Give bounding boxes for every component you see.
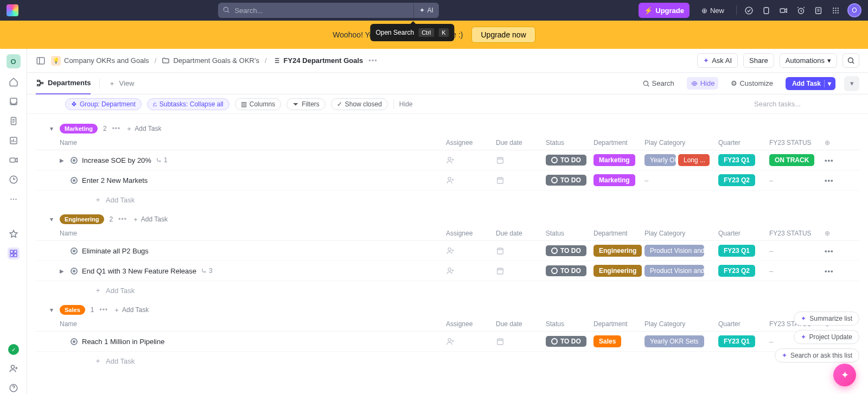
col-fy23[interactable]: FY23 STATUS <box>769 230 825 237</box>
view-tab-departments[interactable]: Departments <box>36 73 91 94</box>
fy23-cell[interactable]: – <box>769 176 825 185</box>
col-dept[interactable]: Department <box>593 139 644 147</box>
customize-button[interactable]: ⚙Customize <box>727 77 776 90</box>
share-button[interactable]: Share <box>743 53 774 68</box>
quarter-cell[interactable]: FY23 Q2 <box>718 265 769 277</box>
status-cell[interactable]: TO DO <box>546 336 593 347</box>
quarter-cell[interactable]: FY23 Q2 <box>718 174 769 186</box>
more-rail-icon[interactable] <box>8 193 20 205</box>
col-status[interactable]: Status <box>546 230 593 237</box>
view-more-button[interactable]: ▾ <box>844 76 859 91</box>
add-task-row[interactable]: ＋Add Task <box>36 352 859 370</box>
clips-icon[interactable] <box>8 154 20 166</box>
col-due[interactable]: Due date <box>496 139 546 147</box>
automations-button[interactable]: Automations▾ <box>780 53 837 68</box>
dept-cell[interactable]: Marketing <box>593 174 644 186</box>
assignee-cell[interactable] <box>446 337 496 346</box>
ai-chip[interactable]: ✦ AI <box>413 3 438 18</box>
status-circle-icon[interactable] <box>71 177 78 184</box>
breadcrumb-list[interactable]: FY24 Department Goals <box>272 56 363 65</box>
assignee-cell[interactable] <box>446 176 496 185</box>
status-cell[interactable]: TO DO <box>546 245 593 256</box>
task-row[interactable]: Eliminate all P2 BugsTO DOEngineeringPro… <box>36 241 859 261</box>
tasks-search-input[interactable] <box>751 98 859 110</box>
col-quarter[interactable]: Quarter <box>718 320 769 328</box>
hide-link[interactable]: Hide <box>399 100 413 108</box>
status-circle-icon[interactable] <box>71 268 78 275</box>
collapse-icon[interactable]: ▾ <box>50 306 53 314</box>
ask-list-button[interactable]: ✦Search or ask this list <box>775 348 859 363</box>
due-cell[interactable] <box>496 337 546 346</box>
task-name[interactable]: Eliminate all P2 Bugs <box>82 247 149 255</box>
row-more-icon[interactable]: ••• <box>825 156 835 164</box>
col-assignee[interactable]: Assignee <box>446 230 496 237</box>
col-dept[interactable]: Department <box>593 320 644 328</box>
expand-icon[interactable]: ▶ <box>60 268 66 274</box>
play-cell[interactable]: Product Vision and ... <box>644 265 718 277</box>
group-pill[interactable]: ❖Group: Department <box>65 98 142 110</box>
col-fy23[interactable]: FY23 STATUS <box>769 139 825 147</box>
col-play[interactable]: Play Category <box>644 139 718 147</box>
col-play[interactable]: Play Category <box>644 230 718 237</box>
show-closed-pill[interactable]: ✓Show closed <box>331 98 388 110</box>
play-cell[interactable]: – <box>644 176 718 185</box>
col-name[interactable]: Name <box>60 230 446 237</box>
help-icon[interactable] <box>8 382 20 394</box>
group-label[interactable]: Sales <box>60 305 85 315</box>
home-icon[interactable] <box>8 76 20 88</box>
fy23-cell[interactable]: ON TRACK <box>769 154 825 166</box>
col-due[interactable]: Due date <box>496 320 546 328</box>
clipboard-icon[interactable] <box>761 5 771 16</box>
dashboards-icon[interactable] <box>8 135 20 147</box>
status-ok-icon[interactable]: ✓ <box>8 344 19 355</box>
group-add-task[interactable]: ＋Add Task <box>113 306 149 315</box>
subtasks-pill[interactable]: ⎌Subtasks: Collapse all <box>147 98 229 110</box>
summarize-button[interactable]: ✦Summarize list <box>794 312 859 326</box>
col-name[interactable]: Name <box>60 139 446 147</box>
add-task-row[interactable]: ＋Add Task <box>36 190 859 209</box>
assignee-cell[interactable] <box>446 266 496 275</box>
status-circle-icon[interactable] <box>71 157 78 164</box>
group-label[interactable]: Marketing <box>60 124 98 134</box>
chevron-down-icon[interactable]: ▾ <box>824 80 831 87</box>
status-cell[interactable]: TO DO <box>546 175 593 186</box>
play-cell[interactable]: Yearly OK...Long ... <box>644 154 718 166</box>
app-logo-icon[interactable] <box>7 4 18 16</box>
add-column-icon[interactable]: ⊕ <box>825 139 835 147</box>
new-button[interactable]: ⊕ New <box>696 3 730 18</box>
breadcrumb-folder[interactable]: Department Goals & OKR's <box>162 56 259 65</box>
inbox-icon[interactable] <box>8 96 20 107</box>
col-quarter[interactable]: Quarter <box>718 139 769 147</box>
col-quarter[interactable]: Quarter <box>718 230 769 237</box>
task-row[interactable]: Enter 2 New MarketsTO DOMarketing–FY23 Q… <box>36 170 859 190</box>
assignee-cell[interactable] <box>446 246 496 255</box>
due-cell[interactable] <box>496 266 546 275</box>
task-name[interactable]: Enter 2 New Markets <box>82 176 148 185</box>
status-circle-icon[interactable] <box>71 247 78 255</box>
col-play[interactable]: Play Category <box>644 320 718 328</box>
grid-apps-icon[interactable] <box>830 5 841 16</box>
due-cell[interactable] <box>496 246 546 255</box>
dept-cell[interactable]: Engineering <box>593 245 644 257</box>
quarter-cell[interactable]: FY23 Q1 <box>718 335 769 347</box>
task-name[interactable]: Increase SOE by 20% <box>82 156 151 164</box>
group-more-icon[interactable]: ••• <box>99 306 108 314</box>
group-more-icon[interactable]: ••• <box>118 215 127 223</box>
row-more-icon[interactable]: ••• <box>825 176 835 185</box>
docs-icon[interactable] <box>8 115 20 127</box>
quarter-cell[interactable]: FY23 Q1 <box>718 245 769 257</box>
upgrade-button[interactable]: ⚡ Upgrade <box>639 3 690 18</box>
user-avatar[interactable]: O <box>847 3 861 17</box>
project-update-button[interactable]: ✦Project Update <box>794 330 859 344</box>
filters-pill[interactable]: ⏷Filters <box>286 98 326 110</box>
due-cell[interactable] <box>496 156 546 164</box>
group-add-task[interactable]: ＋Add Task <box>132 215 168 224</box>
play-cell[interactable]: Yearly OKR Sets <box>644 335 718 347</box>
star-icon[interactable] <box>8 228 20 240</box>
group-label[interactable]: Engineering <box>60 214 104 224</box>
assignee-cell[interactable] <box>446 156 496 164</box>
page-more-icon[interactable]: ••• <box>368 56 378 65</box>
col-name[interactable]: Name <box>60 320 446 328</box>
col-status[interactable]: Status <box>546 320 593 328</box>
col-status[interactable]: Status <box>546 139 593 147</box>
